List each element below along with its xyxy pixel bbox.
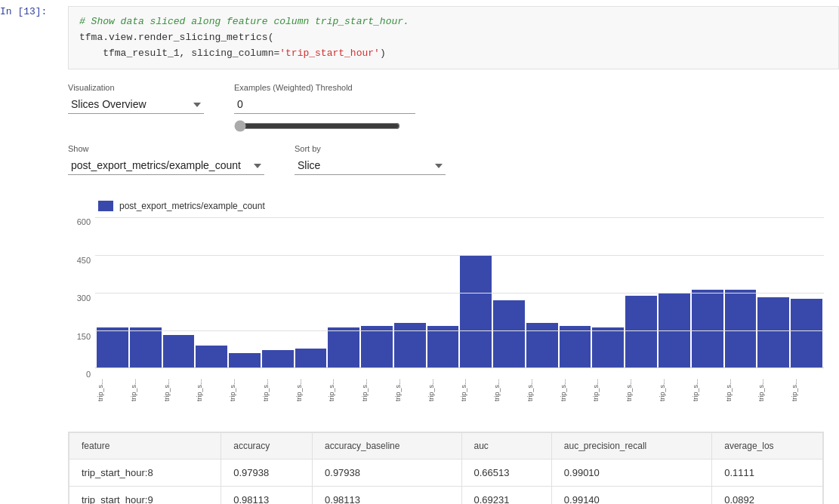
x-label-3: trip_s... bbox=[196, 371, 227, 409]
x-label-21: trip_s... bbox=[791, 371, 822, 409]
cell-label: In [13]: bbox=[0, 6, 68, 17]
table-row: trip_start_hour:90.981130.981130.692310.… bbox=[69, 487, 823, 504]
show-dropdown-wrapper[interactable]: post_export_metrics/example_count accura… bbox=[68, 156, 264, 175]
code-block: # Show data sliced along feature column … bbox=[68, 6, 839, 69]
chart-legend: post_export_metrics/example_count bbox=[98, 201, 824, 211]
col-header-accuracy_baseline: accuracy_baseline bbox=[313, 433, 461, 459]
bar-1 bbox=[130, 327, 162, 368]
bar-3 bbox=[196, 346, 227, 368]
y-axis-600: 600 bbox=[77, 217, 91, 226]
sortby-dropdown-wrapper[interactable]: Slice Value bbox=[295, 156, 446, 175]
code-line-1: # Show data sliced along feature column … bbox=[79, 14, 828, 30]
chart-bars-wrapper bbox=[95, 217, 824, 368]
x-label-20: trip_s... bbox=[757, 371, 789, 409]
table-row: trip_start_hour:80.979380.979380.665130.… bbox=[69, 459, 823, 487]
cell-average_los-0: 0.1111 bbox=[712, 459, 823, 487]
code-func2: tfma_result_1, slicing_column= bbox=[79, 48, 279, 59]
x-label-0: trip_s... bbox=[97, 371, 128, 409]
col-header-auc_precision_recall: auc_precision_recall bbox=[551, 433, 711, 459]
code-string: 'trip_start_hour' bbox=[279, 48, 380, 59]
bar-18 bbox=[692, 290, 723, 367]
y-axis-300: 300 bbox=[77, 293, 91, 303]
bar-6 bbox=[295, 349, 327, 368]
x-label-11: trip_s... bbox=[460, 371, 492, 409]
cell-accuracy-0: 0.97938 bbox=[221, 459, 313, 487]
threshold-label: Examples (Weighted) Threshold bbox=[234, 83, 415, 92]
visualization-dropdown-wrapper[interactable]: Slices Overview Metrics Histogram bbox=[68, 95, 204, 114]
controls-row-2: Show post_export_metrics/example_count a… bbox=[68, 144, 824, 175]
x-label-4: trip_s... bbox=[229, 371, 261, 409]
bar-4 bbox=[229, 353, 261, 368]
chart-inner: trip_s...trip_s...trip_s...trip_s...trip… bbox=[95, 217, 824, 409]
grid-line-150 bbox=[95, 330, 824, 331]
data-table: featureaccuracyaccuracy_baselineaucauc_p… bbox=[69, 432, 823, 504]
table-header: featureaccuracyaccuracy_baselineaucauc_p… bbox=[69, 433, 823, 459]
table-wrapper: featureaccuracyaccuracy_baselineaucauc_p… bbox=[68, 432, 824, 504]
x-label-17: trip_s... bbox=[659, 371, 690, 409]
sortby-control: Sort by Slice Value bbox=[295, 144, 446, 175]
visualization-select[interactable]: Slices Overview Metrics Histogram bbox=[68, 95, 204, 114]
x-label-7: trip_s... bbox=[328, 371, 359, 409]
legend-label: post_export_metrics/example_count bbox=[119, 201, 265, 211]
x-label-10: trip_s... bbox=[427, 371, 459, 409]
show-select[interactable]: post_export_metrics/example_count accura… bbox=[68, 156, 264, 175]
bar-0 bbox=[97, 327, 128, 368]
bar-7 bbox=[328, 327, 359, 368]
cell-feature-0: trip_start_hour:8 bbox=[69, 459, 221, 487]
col-header-feature: feature bbox=[69, 433, 221, 459]
x-label-1: trip_s... bbox=[130, 371, 162, 409]
x-label-16: trip_s... bbox=[625, 371, 657, 409]
threshold-input[interactable] bbox=[234, 95, 415, 114]
col-header-auc: auc bbox=[461, 433, 551, 459]
col-header-average_los: average_los bbox=[712, 433, 823, 459]
x-axis-labels: trip_s...trip_s...trip_s...trip_s...trip… bbox=[95, 371, 824, 409]
show-label: Show bbox=[68, 144, 264, 153]
x-label-2: trip_s... bbox=[163, 371, 195, 409]
y-axis-450: 450 bbox=[77, 256, 91, 265]
code-line-3: tfma_result_1, slicing_column='trip_star… bbox=[79, 46, 828, 62]
cell-auc-1: 0.69231 bbox=[461, 487, 551, 504]
sortby-label: Sort by bbox=[295, 144, 446, 153]
bar-10 bbox=[427, 326, 459, 368]
bar-5 bbox=[262, 350, 294, 368]
bar-15 bbox=[592, 327, 624, 368]
x-label-18: trip_s... bbox=[692, 371, 723, 409]
x-label-6: trip_s... bbox=[295, 371, 327, 409]
visualization-control: Visualization Slices Overview Metrics Hi… bbox=[68, 83, 204, 114]
bar-21 bbox=[791, 299, 822, 368]
cell-auc-0: 0.66513 bbox=[461, 459, 551, 487]
chart-area: 600 450 300 150 0 trip_s...trip_s...trip… bbox=[68, 217, 824, 409]
cell-input: In [13]: # Show data sliced along featur… bbox=[0, 0, 839, 75]
show-control: Show post_export_metrics/example_count a… bbox=[68, 144, 264, 175]
bar-2 bbox=[163, 335, 195, 368]
visualization-label: Visualization bbox=[68, 83, 204, 92]
bar-20 bbox=[757, 297, 789, 368]
sortby-select[interactable]: Slice Value bbox=[295, 156, 446, 175]
grid-line-300 bbox=[95, 293, 824, 293]
code-func: tfma.view.render_slicing_metrics( bbox=[79, 32, 273, 43]
bar-16 bbox=[625, 296, 657, 368]
code-paren: ) bbox=[380, 48, 386, 59]
cell-accuracy-1: 0.98113 bbox=[221, 487, 313, 504]
bar-14 bbox=[560, 326, 591, 368]
y-axis-150: 150 bbox=[77, 332, 91, 341]
chart-container: post_export_metrics/example_count 600 45… bbox=[68, 193, 824, 416]
y-axis: 600 450 300 150 0 bbox=[68, 217, 95, 409]
cell-accuracy_baseline-0: 0.97938 bbox=[313, 459, 461, 487]
x-label-12: trip_s... bbox=[493, 371, 525, 409]
notebook-cell: In [13]: # Show data sliced along featur… bbox=[0, 0, 839, 504]
controls-row-1: Visualization Slices Overview Metrics Hi… bbox=[68, 83, 824, 132]
x-label-13: trip_s... bbox=[526, 371, 558, 409]
x-label-19: trip_s... bbox=[725, 371, 757, 409]
x-label-5: trip_s... bbox=[262, 371, 294, 409]
cell-auc_precision_recall-1: 0.99140 bbox=[551, 487, 711, 504]
x-label-14: trip_s... bbox=[560, 371, 591, 409]
bar-19 bbox=[725, 290, 757, 367]
x-label-15: trip_s... bbox=[592, 371, 624, 409]
grid-line-450 bbox=[95, 255, 824, 256]
col-header-accuracy: accuracy bbox=[221, 433, 313, 459]
threshold-slider[interactable] bbox=[234, 120, 400, 132]
cell-average_los-1: 0.0892 bbox=[712, 487, 823, 504]
table-header-row: featureaccuracyaccuracy_baselineaucauc_p… bbox=[69, 433, 823, 459]
y-axis-0: 0 bbox=[86, 370, 91, 379]
